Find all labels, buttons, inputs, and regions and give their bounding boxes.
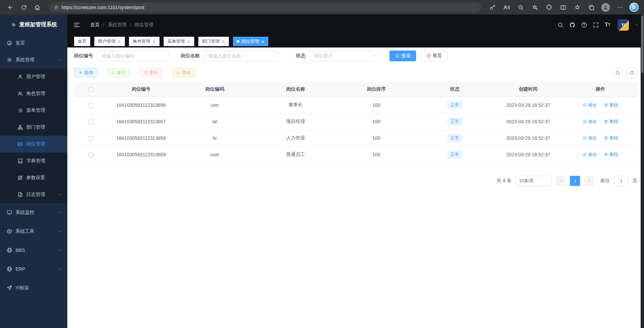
sidebar-group-erp[interactable]: ERP [0, 260, 67, 278]
trash-icon [604, 136, 608, 140]
delete-button[interactable]: 删除 [139, 68, 163, 77]
row-edit-link[interactable]: 修改 [583, 102, 597, 108]
close-icon[interactable] [261, 40, 265, 43]
browser-menu-icon[interactable] [614, 2, 625, 13]
scrollbar-thumb[interactable] [641, 15, 643, 73]
user-avatar[interactable]: Yi [617, 19, 629, 31]
sidebar-group-log-mgmt[interactable]: 日志管理 [0, 186, 67, 203]
sidebar-item-dept-mgmt[interactable]: 部门管理 [0, 119, 67, 136]
password-key-icon[interactable] [487, 2, 498, 13]
row-checkbox[interactable] [89, 153, 93, 157]
font-size-icon[interactable]: TT [605, 22, 610, 28]
sidebar-item-home[interactable]: 首页 [0, 35, 67, 52]
zoom-icon[interactable] [515, 2, 526, 13]
sidebar-group-system-tools[interactable]: 系统工具 [0, 222, 67, 241]
sidebar-item-label: BBS [15, 248, 25, 253]
breadcrumb-item-home[interactable]: 首页 [90, 22, 100, 28]
close-icon[interactable] [222, 40, 225, 43]
toggle-search-button[interactable] [612, 67, 623, 78]
chevron-up-icon [58, 58, 62, 62]
sidebar-item-param-settings[interactable]: 参数设置 [0, 169, 67, 186]
sidebar-group-bbs[interactable]: BBS [0, 241, 67, 260]
sidebar-item-yi-framework[interactable]: Yi框架 [0, 278, 67, 297]
close-icon[interactable] [117, 40, 121, 43]
page-1-button[interactable]: 1 [570, 176, 580, 186]
status-select[interactable]: 岗位状态 [309, 51, 380, 61]
tab-dept-mgmt[interactable]: 部门管理 [198, 37, 229, 46]
post-id-input[interactable] [97, 51, 169, 61]
copilot-bing-icon[interactable]: b [629, 2, 639, 13]
add-favorite-icon[interactable] [530, 2, 540, 13]
row-delete-link[interactable]: 删除 [604, 119, 618, 125]
back-button[interactable] [5, 2, 16, 13]
sidebar-item-menu-mgmt[interactable]: 菜单管理 [0, 102, 67, 119]
row-checkbox[interactable] [89, 136, 93, 141]
collections-icon[interactable] [586, 2, 597, 13]
header-search-icon[interactable] [557, 22, 564, 28]
split-screen-icon[interactable] [558, 2, 569, 13]
reset-button[interactable]: 重置 [421, 51, 447, 61]
tab-role-mgmt[interactable]: 角色管理 [129, 37, 160, 46]
row-edit-link[interactable]: 修改 [583, 135, 597, 141]
row-edit-link[interactable]: 修改 [583, 152, 597, 158]
post-table: 岗位编号 岗位编码 岗位名称 岗位排序 状态 创建时间 操作 164103059… [74, 82, 637, 163]
extensions-icon[interactable] [544, 2, 554, 13]
sidebar-item-role-mgmt[interactable]: 角色管理 [0, 85, 67, 102]
browser-profile-avatar[interactable] [600, 2, 611, 13]
status-badge: 正常 [447, 151, 462, 159]
sidebar-item-dict-mgmt[interactable]: 字典管理 [0, 153, 67, 169]
sidebar-toggle-button[interactable] [73, 21, 81, 29]
post-name-input[interactable] [204, 51, 277, 61]
page-size-select[interactable]: 10条/页 [515, 176, 552, 186]
browser-action-icons: b [487, 2, 639, 13]
row-checkbox[interactable] [89, 120, 93, 124]
url-text: https://ccnetcore.com:1101/system/post [62, 5, 144, 10]
chevron-down-icon [372, 54, 376, 58]
search-button[interactable]: 搜索 [389, 51, 416, 61]
favorites-icon[interactable] [572, 2, 583, 13]
cell-post-code: ceo [174, 97, 255, 113]
scrollbar[interactable] [641, 14, 644, 328]
select-all-checkbox[interactable] [89, 87, 93, 92]
leaf-logo-icon [10, 22, 16, 28]
chevron-down-icon [58, 248, 62, 252]
read-aloud-icon[interactable] [501, 2, 512, 13]
export-button[interactable]: 导出 [172, 68, 195, 77]
tab-post-mgmt[interactable]: 岗位管理 [233, 37, 268, 46]
row-delete-link[interactable]: 删除 [604, 102, 618, 108]
close-icon[interactable] [187, 40, 191, 43]
refresh-table-button[interactable] [626, 67, 637, 78]
sidebar-item-user-mgmt[interactable]: 用户管理 [0, 68, 67, 85]
avatar-dropdown-caret-icon[interactable] [635, 23, 639, 27]
sidebar-group-system-mgmt[interactable]: 系统管理 [0, 52, 67, 68]
toolbox-icon [7, 229, 12, 234]
chevron-down-icon [58, 229, 62, 233]
search-icon [395, 54, 400, 58]
goto-page-input[interactable] [614, 176, 629, 186]
row-checkbox[interactable] [89, 103, 93, 108]
next-page-button[interactable] [584, 176, 594, 186]
sidebar-item-label: 系统管理 [15, 57, 34, 63]
fullscreen-icon[interactable] [593, 22, 599, 28]
home-button[interactable] [32, 2, 43, 13]
sidebar-group-system-monitor[interactable]: 系统监控 [0, 203, 67, 222]
table-header-row: 岗位编号 岗位编码 岗位名称 岗位排序 状态 创建时间 操作 [74, 82, 637, 97]
help-icon[interactable] [581, 22, 587, 28]
address-bar[interactable]: https://ccnetcore.com:1101/system/post [49, 2, 481, 12]
app-window: 意框架管理系统 首页 系统管理 用户管理 角色管理 菜单管理 部门管理 [0, 14, 644, 328]
row-delete-link[interactable]: 删除 [604, 135, 618, 141]
close-icon[interactable] [152, 40, 156, 43]
tab-menu-mgmt[interactable]: 菜单管理 [164, 37, 194, 46]
breadcrumb-item-system[interactable]: 系统管理 [108, 22, 127, 28]
row-edit-link[interactable]: 修改 [583, 119, 597, 125]
sidebar-item-post-mgmt[interactable]: 岗位管理 [0, 136, 67, 153]
github-icon[interactable] [569, 22, 575, 28]
tab-user-mgmt[interactable]: 用户管理 [94, 37, 125, 46]
refresh-button[interactable] [18, 2, 30, 13]
list-icon [18, 108, 23, 113]
tab-home[interactable]: 首页 [74, 37, 90, 46]
prev-page-button[interactable] [556, 176, 566, 186]
edit-button[interactable]: 修改 [107, 68, 130, 77]
add-button[interactable]: 新增 [74, 68, 97, 77]
row-delete-link[interactable]: 删除 [604, 152, 618, 158]
